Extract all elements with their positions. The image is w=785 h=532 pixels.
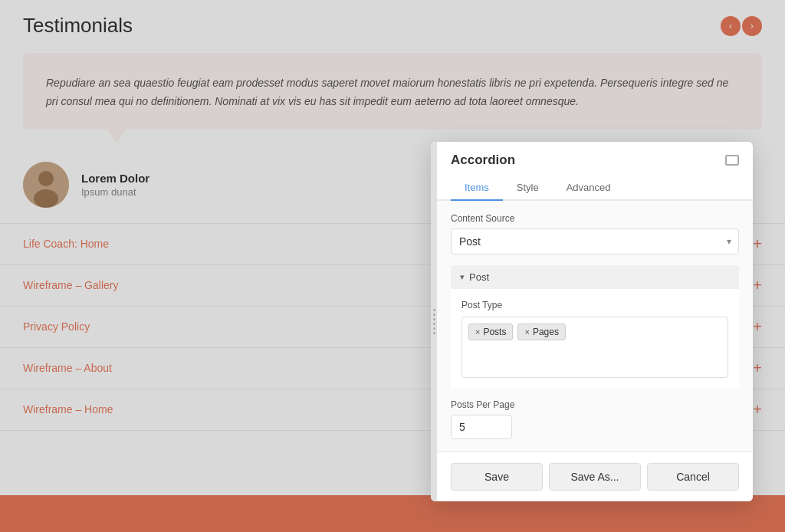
post-section: ▾ Post Post Type × Posts [451, 265, 739, 389]
cancel-button[interactable]: Cancel [647, 463, 739, 491]
drag-dot [433, 332, 435, 334]
save-button[interactable]: Save [451, 463, 543, 491]
post-section-body: Post Type × Posts × Pages [451, 289, 739, 389]
modal-overlay: Accordion Items Style Advanced Content S… [0, 0, 785, 532]
posts-per-page-input[interactable] [451, 415, 512, 439]
post-type-area[interactable]: × Posts × Pages [461, 317, 728, 378]
remove-tag-icon[interactable]: × [475, 327, 480, 337]
post-tag-label: Pages [533, 327, 559, 337]
save-as-button[interactable]: Save As... [549, 463, 641, 491]
modal-panel: Accordion Items Style Advanced Content S… [431, 142, 753, 501]
post-type-label: Post Type [461, 300, 728, 310]
drag-dot [433, 318, 435, 320]
modal-footer: Save Save As... Cancel [437, 452, 753, 501]
modal-drag-handle[interactable] [431, 142, 437, 501]
posts-per-page-label: Posts Per Page [451, 399, 739, 410]
post-tag-pages[interactable]: × Pages [517, 323, 565, 340]
tab-items[interactable]: Items [451, 176, 503, 201]
chevron-down-icon: ▾ [460, 272, 465, 282]
post-tag-label: Posts [483, 327, 506, 337]
main-content: Testimonials ‹ › Repudiare an sea quaest… [0, 0, 785, 532]
modal-window-icon[interactable] [725, 155, 739, 166]
drag-dot [433, 323, 435, 325]
drag-dot [433, 309, 435, 311]
modal-header: Accordion [437, 142, 753, 168]
post-section-header[interactable]: ▾ Post [451, 265, 739, 289]
content-source-wrapper: Post Custom Query ▾ [451, 228, 739, 255]
modal-title: Accordion [451, 153, 515, 168]
modal-body: Content Source Post Custom Query ▾ ▾ [437, 201, 753, 452]
tab-advanced[interactable]: Advanced [553, 176, 625, 201]
post-section-label: Post [469, 271, 489, 283]
content-source-select[interactable]: Post Custom Query [451, 228, 739, 255]
modal-tabs: Items Style Advanced [437, 176, 753, 201]
remove-tag-icon[interactable]: × [524, 327, 529, 337]
content-source-label: Content Source [451, 213, 739, 224]
drag-dot [433, 327, 435, 330]
tab-style[interactable]: Style [503, 176, 553, 201]
drag-dot [433, 314, 435, 316]
post-tag-posts[interactable]: × Posts [468, 323, 513, 340]
